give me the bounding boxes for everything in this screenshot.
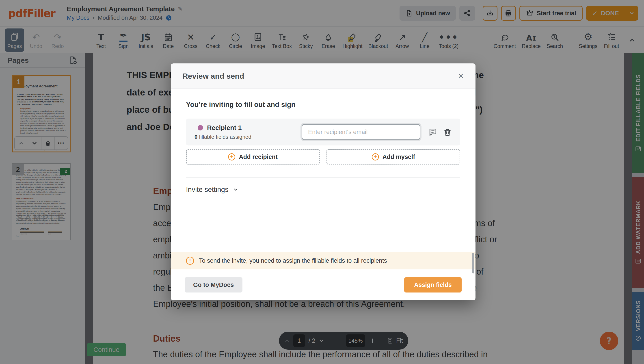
recipient-message-icon[interactable]	[428, 128, 438, 136]
warning-icon: !	[186, 257, 194, 265]
modal-header: Review and send ✕	[171, 64, 476, 89]
chevron-down-icon	[233, 187, 238, 192]
warning-text: To send the invite, you need to assign t…	[199, 257, 387, 264]
add-recipient-button[interactable]: + Add recipient	[186, 149, 320, 164]
recipient-email-input[interactable]	[302, 124, 420, 140]
modal-divider	[186, 177, 460, 178]
recipient-delete-icon[interactable]	[443, 128, 452, 136]
pdffiller-editor: pdfFiller Employment Agreement Template …	[0, 0, 644, 364]
recipient-color-dot	[198, 125, 203, 130]
recipient-row: Recipient 1 0 fillable fields assigned	[186, 118, 460, 146]
add-myself-button[interactable]: + Add myself	[326, 149, 460, 164]
recipient-name: Recipient 1	[207, 124, 242, 132]
invite-settings-toggle[interactable]: Invite settings	[186, 186, 460, 194]
modal-scrollbar-thumb[interactable]	[472, 253, 474, 274]
assign-fields-warning: ! To send the invite, you need to assign…	[171, 252, 476, 270]
modal-body: You’re inviting to fill out and sign Rec…	[171, 101, 476, 194]
modal-subtitle: You’re inviting to fill out and sign	[186, 101, 460, 109]
plus-circle-icon: +	[372, 153, 379, 160]
modal-footer: Go to MyDocs Assign fields	[171, 270, 476, 300]
review-and-send-modal: Review and send ✕ You’re inviting to fil…	[171, 64, 476, 300]
assign-fields-button[interactable]: Assign fields	[404, 277, 462, 292]
modal-title: Review and send	[182, 72, 244, 80]
plus-circle-icon: +	[228, 153, 235, 160]
close-icon[interactable]: ✕	[458, 72, 464, 80]
recipient-fields-assigned: 0 fillable fields assigned	[194, 134, 252, 140]
go-to-mydocs-button[interactable]: Go to MyDocs	[185, 277, 242, 292]
